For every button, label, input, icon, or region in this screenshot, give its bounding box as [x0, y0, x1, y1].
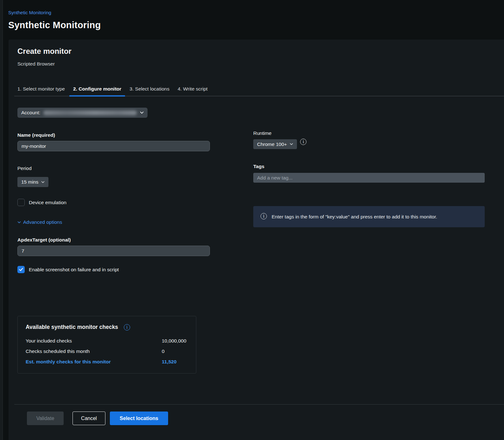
account-select[interactable]: Account: — [17, 108, 148, 118]
create-monitor-card: Create monitor Scripted Browser 1. Selec… — [9, 40, 504, 440]
checks-row-label: Est. monthly checks for this monitor — [26, 358, 162, 365]
screenshot-label: Enable screenshot on failure and in scri… — [29, 267, 119, 273]
page-header: Synthetic Monitoring Synthetic Monitorin… — [8, 10, 101, 30]
runtime-label: Runtime — [253, 130, 485, 136]
form-column-left: Name (required) Period 15 mins Device em… — [17, 130, 210, 374]
tab-select-locations[interactable]: 3. Select locations — [129, 86, 169, 96]
tab-configure-monitor[interactable]: 2. Configure monitor — [73, 86, 121, 96]
tags-info-banner: i Enter tags in the form of "key:value" … — [253, 206, 485, 227]
available-checks-title: Available synthetic monitor checks — [26, 324, 118, 330]
monitor-type-label: Scripted Browser — [17, 61, 485, 67]
tab-select-monitor-type[interactable]: 1. Select monitor type — [17, 86, 65, 96]
footer-actions: Validate Cancel Select locations — [17, 412, 485, 425]
device-emulation-label: Device emulation — [29, 200, 66, 205]
name-input[interactable] — [17, 141, 210, 151]
period-label: Period — [17, 166, 210, 171]
tags-input[interactable] — [253, 173, 485, 183]
period-value: 15 mins — [21, 179, 38, 185]
collapsed-sidebar-edge — [0, 0, 3, 440]
account-value-redacted — [43, 110, 137, 115]
validate-button[interactable]: Validate — [27, 412, 64, 425]
breadcrumb[interactable]: Synthetic Monitoring — [8, 10, 51, 15]
checks-row-value: 11,520 — [162, 358, 177, 365]
chevron-down-icon — [290, 143, 293, 145]
chevron-down-icon — [17, 221, 21, 223]
form-columns: Name (required) Period 15 mins Device em… — [17, 130, 485, 374]
checks-row-label: Checks scheduled this month — [26, 348, 162, 355]
account-label: Account: — [21, 110, 40, 116]
footer-divider — [14, 404, 504, 405]
checkmark-icon — [19, 268, 23, 271]
screenshot-row: Enable screenshot on failure and in scri… — [17, 266, 210, 273]
period-dropdown[interactable]: 15 mins — [17, 177, 48, 187]
info-icon[interactable]: i — [124, 324, 130, 330]
checks-row-scheduled: Checks scheduled this month 0 — [26, 348, 188, 355]
cancel-button[interactable]: Cancel — [72, 412, 105, 425]
info-icon: i — [261, 213, 267, 219]
device-emulation-checkbox[interactable] — [17, 199, 25, 206]
chevron-down-icon — [140, 111, 144, 114]
device-emulation-row: Device emulation — [17, 199, 210, 206]
checks-row-value: 0 — [162, 348, 165, 355]
runtime-dropdown[interactable]: Chrome 100+ — [253, 139, 297, 149]
advanced-options-toggle[interactable]: Advanced options — [17, 219, 210, 225]
page-title: Synthetic Monitoring — [8, 20, 101, 30]
card-title: Create monitor — [17, 47, 485, 56]
select-locations-button[interactable]: Select locations — [110, 412, 168, 425]
checks-row-estimated: Est. monthly checks for this monitor 11,… — [26, 358, 188, 365]
runtime-value: Chrome 100+ — [257, 141, 287, 147]
runtime-info-icon[interactable]: i — [300, 139, 306, 145]
checks-row-value: 10,000,000 — [162, 337, 186, 344]
screenshot-checkbox[interactable] — [17, 266, 25, 273]
tab-write-script[interactable]: 4. Write script — [178, 86, 207, 96]
name-field-label: Name (required) — [17, 132, 210, 138]
available-checks-box: Available synthetic monitor checks i You… — [17, 316, 196, 374]
page: Synthetic Monitoring Synthetic Monitorin… — [0, 0, 504, 440]
tags-label: Tags — [253, 164, 485, 169]
advanced-options-label: Advanced options — [23, 219, 62, 225]
apdex-input[interactable] — [17, 246, 210, 256]
checks-row-included: Your included checks 10,000,000 — [26, 337, 188, 344]
apdex-label: ApdexTarget (optional) — [17, 237, 210, 243]
tags-info-text: Enter tags in the form of "key:value" an… — [272, 213, 437, 220]
checks-row-label: Your included checks — [26, 337, 162, 344]
form-column-right: Runtime Chrome 100+ i Tags i Enter tags … — [253, 130, 485, 374]
chevron-down-icon — [41, 181, 45, 183]
wizard-tabs: 1. Select monitor type 2. Configure moni… — [17, 86, 485, 96]
